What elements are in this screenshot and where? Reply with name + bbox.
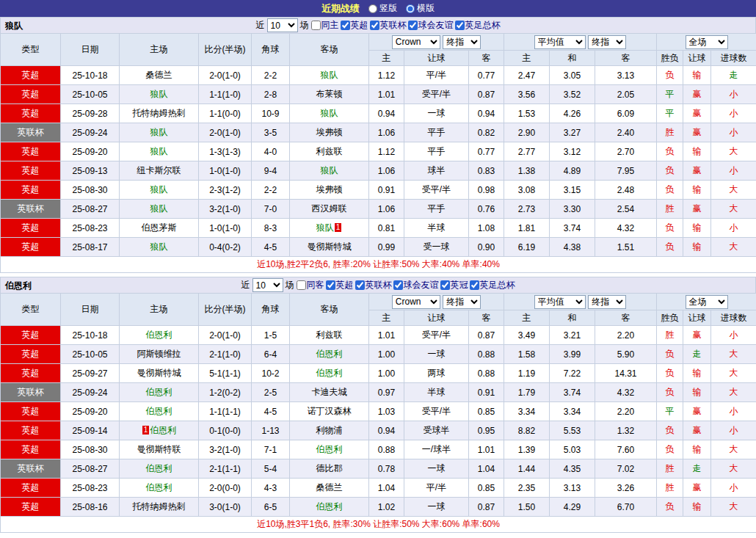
- filter-checkbox-3[interactable]: 球会友谊: [393, 279, 439, 291]
- corner-cell: 7-0: [252, 200, 290, 219]
- corner-cell: 4-5: [252, 238, 290, 257]
- avg-draw-cell: 3.52: [550, 85, 595, 104]
- recent-count-select[interactable]: 10: [267, 18, 298, 32]
- layout-radio-vertical-input[interactable]: [368, 4, 377, 13]
- filter-checkbox-input[interactable]: [470, 280, 479, 290]
- layout-radio-horizontal-label: 横版: [417, 2, 435, 15]
- average-select[interactable]: 平均值: [534, 35, 586, 49]
- away-team-cell: 利兹联: [290, 326, 369, 345]
- filter-checkbox-input[interactable]: [311, 21, 321, 30]
- away-team-cell: 桑德兰: [290, 479, 369, 498]
- result-wdl-cell: 负: [657, 181, 683, 200]
- filter-checkbox-input[interactable]: [355, 280, 365, 290]
- home-team-cell: 伯恩利: [120, 459, 199, 479]
- result-handicap-cell: 输: [683, 440, 711, 459]
- corner-cell: 10-9: [252, 104, 290, 123]
- avg-draw-cell: 3.13: [550, 479, 595, 498]
- filter-checkbox-5[interactable]: 英足总杯: [470, 279, 515, 291]
- scope-select[interactable]: 全场: [686, 35, 728, 49]
- col-score: 比分(半场): [199, 34, 252, 66]
- league-filters: 同主英超英联杯球会友谊英足总杯: [311, 19, 501, 32]
- odds-handicap-cell: 两球: [404, 364, 469, 383]
- odds-handicap-cell: 平手: [404, 142, 469, 161]
- layout-radio-horizontal[interactable]: 横版: [406, 2, 435, 15]
- odds-stage-select[interactable]: 终指: [443, 35, 481, 49]
- score-cell: 2-1(1-1): [199, 459, 252, 479]
- filter-checkbox-input[interactable]: [440, 280, 450, 290]
- layout-radio-horizontal-input[interactable]: [406, 4, 415, 13]
- team-name: 狼队: [150, 184, 168, 195]
- odds-home-cell: 0.81: [369, 219, 404, 238]
- odds-home-cell: 1.12: [369, 66, 404, 85]
- date-cell: 25-09-14: [61, 421, 120, 440]
- result-handicap-cell: 输: [683, 181, 711, 200]
- filter-checkbox-input[interactable]: [455, 21, 465, 30]
- odds-handicap-cell: 受一球: [404, 238, 469, 257]
- filter-label: 英冠: [451, 279, 468, 291]
- results-table: 类型 日期 主场 比分(半场) 角球 客场 Crown 终指 平均值 终指: [0, 293, 756, 533]
- team-title: 狼队: [5, 19, 23, 32]
- average-stage-select[interactable]: 终指: [588, 295, 626, 309]
- filter-checkbox-4[interactable]: 英冠: [440, 279, 468, 291]
- col-home: 主场: [120, 294, 199, 326]
- odds-home-cell: 0.88: [369, 440, 404, 459]
- filter-checkbox-input[interactable]: [393, 280, 403, 290]
- odds-handicap-cell: 平/半: [404, 479, 469, 498]
- filter-checkbox-input[interactable]: [297, 280, 306, 290]
- layout-radio-vertical[interactable]: 竖版: [368, 2, 397, 15]
- filter-checkbox-2[interactable]: 英联杯: [370, 19, 407, 32]
- odds-home-cell: 1.02: [369, 498, 404, 517]
- corner-cell: 5-4: [252, 459, 290, 479]
- avg-draw-cell: 5.03: [550, 440, 595, 459]
- filter-checkbox-4[interactable]: 英足总杯: [455, 19, 501, 32]
- col-odds-home: 主: [369, 51, 404, 66]
- result-handicap-cell: 赢: [683, 85, 711, 104]
- scope-select[interactable]: 全场: [686, 295, 728, 309]
- bookmaker-select[interactable]: Crown: [392, 35, 440, 49]
- result-handicap-cell: 赢: [683, 402, 711, 421]
- near-label: 近: [241, 279, 250, 291]
- team-name: 西汉姆联: [312, 203, 347, 214]
- team-bar: 狼队 近 10 场 同主英超英联杯球会友谊英足总杯: [0, 17, 756, 33]
- match-row: 英超25-08-23伯恩茅斯1-0(1-0)8-3狼队10.81半球1.081.…: [1, 219, 756, 238]
- filter-checkbox-1[interactable]: 英超: [326, 279, 354, 291]
- average-select[interactable]: 平均值: [534, 295, 586, 309]
- filter-checkbox-0[interactable]: 同客: [297, 279, 324, 291]
- result-handicap-cell: 赢: [683, 421, 711, 440]
- filter-checkbox-2[interactable]: 英联杯: [355, 279, 392, 291]
- avg-home-cell: 2.90: [504, 123, 550, 142]
- filter-checkbox-input[interactable]: [370, 21, 379, 30]
- team-bar: 伯恩利 近 10 场 同客英超英联杯球会友谊英冠英足总杯: [0, 277, 756, 293]
- filter-checkbox-input[interactable]: [326, 280, 335, 290]
- league-badge: 英超: [1, 238, 61, 257]
- odds-home-cell: 0.94: [369, 421, 404, 440]
- recent-count-select[interactable]: 10: [252, 278, 283, 292]
- bookmaker-select[interactable]: Crown: [392, 295, 440, 309]
- filter-checkbox-3[interactable]: 球会友谊: [408, 19, 454, 32]
- average-stage-select[interactable]: 终指: [588, 35, 626, 49]
- filter-checkbox-input[interactable]: [408, 21, 418, 30]
- odds-stage-select[interactable]: 终指: [443, 295, 481, 309]
- match-row: 英超25-09-20伯恩利1-1(1-1)4-5诺丁汉森林1.03受平/半0.8…: [1, 402, 756, 421]
- team-name: 伯恩茅斯: [142, 222, 177, 233]
- filter-checkbox-input[interactable]: [341, 21, 350, 30]
- filter-label: 英联杯: [380, 19, 407, 32]
- filter-checkbox-0[interactable]: 同主: [311, 19, 339, 32]
- odds-home-cell: 1.00: [369, 364, 404, 383]
- filter-checkbox-1[interactable]: 英超: [341, 19, 368, 32]
- result-goals-cell: 小: [711, 85, 756, 104]
- score-cell: 1-1(0-0): [199, 104, 252, 123]
- layout-radio-vertical-label: 竖版: [379, 2, 397, 15]
- avg-away-cell: 2.40: [595, 123, 657, 142]
- col-score: 比分(半场): [199, 294, 252, 326]
- result-handicap-cell: 输: [683, 219, 711, 238]
- avg-away-cell: 5.90: [595, 345, 657, 364]
- odds-handicap-cell: 受球半: [404, 421, 469, 440]
- date-cell: 25-09-20: [61, 402, 120, 421]
- odds-handicap-cell: 受平/半: [404, 326, 469, 345]
- filter-label: 球会友谊: [404, 279, 439, 291]
- avg-away-cell: 4.32: [595, 383, 657, 402]
- odds-home-cell: 1.04: [369, 479, 404, 498]
- filter-label: 同客: [307, 279, 324, 291]
- team-name: 桑德兰: [146, 70, 172, 80]
